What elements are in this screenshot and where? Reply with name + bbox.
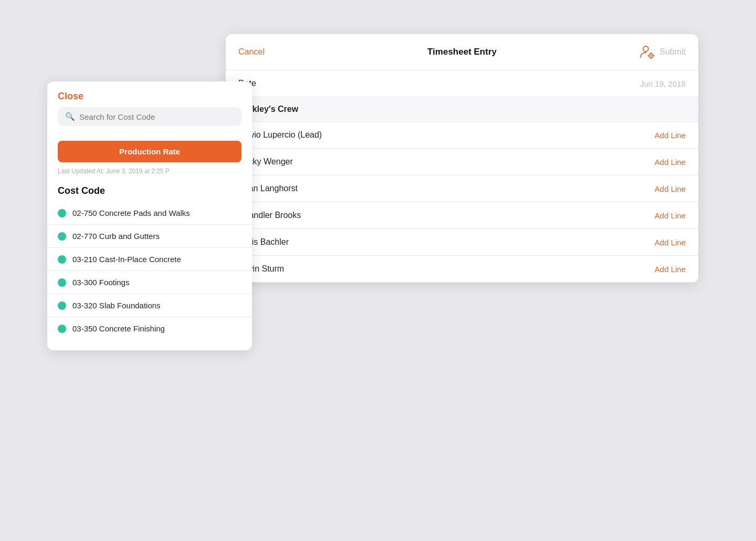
production-rate-button[interactable]: Production Rate — [58, 141, 242, 162]
status-dot — [58, 232, 66, 241]
date-value: Jun 19, 2018 — [640, 79, 686, 88]
left-panel-header: Close 🔍 — [47, 81, 252, 133]
status-dot — [58, 209, 66, 217]
cost-code-panel: Close 🔍 Production Rate Last Updated At:… — [47, 81, 252, 350]
panel-header: Cancel Timesheet Entry Submit — [226, 34, 698, 70]
submit-area: Submit — [638, 44, 686, 60]
status-dot — [58, 255, 66, 264]
search-bar[interactable]: 🔍 — [58, 107, 242, 126]
add-line-button[interactable]: Add Line — [655, 211, 686, 220]
add-line-button[interactable]: Add Line — [655, 184, 686, 193]
cost-code-list: 02-750 Concrete Pads and Walks02-770 Cur… — [47, 202, 252, 340]
cost-code-item[interactable]: 03-300 Footings — [47, 270, 252, 294]
panel-title: Timesheet Entry — [427, 47, 497, 57]
person-row: Brian Langhorst Add Line — [226, 175, 698, 202]
cost-code-label: 03-320 Slab Foundations — [72, 301, 161, 310]
submit-button[interactable]: Submit — [659, 47, 686, 57]
cost-code-label: 03-210 Cast-In-Place Concrete — [72, 255, 181, 264]
person-row: Flavio Lupercio (Lead) Add Line — [226, 122, 698, 149]
status-dot — [58, 301, 66, 310]
cost-code-item[interactable]: 02-770 Curb and Gutters — [47, 224, 252, 247]
persons-list: Flavio Lupercio (Lead) Add Line Becky We… — [226, 122, 698, 283]
person-row: Kevin Sturm Add Line — [226, 256, 698, 283]
cost-code-label: 03-350 Concrete Finishing — [72, 324, 165, 333]
cost-code-item[interactable]: 02-750 Concrete Pads and Walks — [47, 202, 252, 224]
cost-code-label: 03-300 Footings — [72, 278, 129, 287]
status-dot — [58, 278, 66, 287]
add-line-button[interactable]: Add Line — [655, 158, 686, 167]
svg-point-0 — [643, 46, 648, 51]
date-row: Date Jun 19, 2018 — [226, 70, 698, 97]
timesheet-panel: Cancel Timesheet Entry Submit Date Jun 1… — [226, 34, 698, 283]
person-settings-icon — [638, 44, 655, 60]
person-row: Chris Bachler Add Line — [226, 229, 698, 256]
cost-code-item[interactable]: 03-320 Slab Foundations — [47, 294, 252, 317]
close-button[interactable]: Close — [58, 91, 83, 102]
cost-code-label: 02-750 Concrete Pads and Walks — [72, 209, 190, 217]
cost-code-item[interactable]: 03-350 Concrete Finishing — [47, 317, 252, 340]
svg-point-2 — [650, 55, 652, 57]
person-row: Chandler Brooks Add Line — [226, 202, 698, 229]
search-input[interactable] — [79, 112, 234, 121]
search-icon: 🔍 — [65, 112, 75, 121]
crew-name: Berkley's Crew — [226, 97, 698, 122]
add-line-button[interactable]: Add Line — [655, 238, 686, 247]
add-line-button[interactable]: Add Line — [655, 265, 686, 274]
person-row: Becky Wenger Add Line — [226, 149, 698, 175]
status-dot — [58, 325, 66, 333]
last-updated-text: Last Updated At: June 3, 2019 at 2:25 P — [47, 165, 252, 180]
cost-code-item[interactable]: 03-210 Cast-In-Place Concrete — [47, 247, 252, 270]
cost-code-heading: Cost Code — [47, 180, 252, 202]
add-line-button[interactable]: Add Line — [655, 131, 686, 140]
cancel-button[interactable]: Cancel — [238, 47, 265, 57]
cost-code-label: 02-770 Curb and Gutters — [72, 232, 160, 241]
